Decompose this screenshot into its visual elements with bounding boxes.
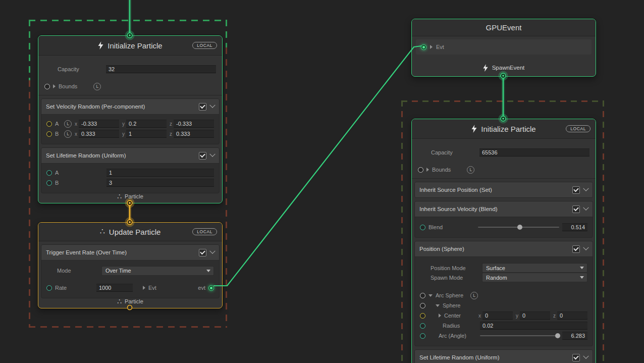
blend-port[interactable] xyxy=(420,225,425,230)
vfx-graph-canvas[interactable]: Initialize Particle LOCAL Capacity 32 Bo… xyxy=(0,0,644,363)
b-port[interactable] xyxy=(46,131,52,137)
lifetime-a-row: A 1 xyxy=(41,168,219,178)
a-label: A xyxy=(55,170,103,176)
inherit-source-velocity-block[interactable]: Inherit Source Velocity (Blend) Blend 0.… xyxy=(414,201,593,238)
capacity-field[interactable]: 65536 xyxy=(479,148,589,157)
y-group: y0 xyxy=(516,312,550,320)
arc-field[interactable]: 6.283 xyxy=(562,332,587,340)
chevron-down-icon[interactable] xyxy=(583,186,588,191)
blend-field[interactable]: 0.514 xyxy=(562,223,587,231)
chevron-down-icon[interactable] xyxy=(583,353,588,359)
rate-port[interactable] xyxy=(46,285,52,291)
collapse-icon[interactable] xyxy=(428,294,433,297)
capacity-field[interactable]: 32 xyxy=(106,65,216,73)
block-enabled-checkbox[interactable] xyxy=(199,249,206,256)
flow-output[interactable]: ∴ Particle xyxy=(38,298,222,305)
trigger-event-rate-block[interactable]: Trigger Event Rate (Over Time) Mode Over… xyxy=(41,244,220,298)
block-header[interactable]: Position (Sphere) xyxy=(415,241,593,257)
node-title-bar[interactable]: GPUEvent xyxy=(412,19,596,36)
y-axis-label: y xyxy=(122,121,125,127)
radius-field[interactable]: 0.02 xyxy=(480,322,587,330)
arc-sphere-port[interactable] xyxy=(420,293,425,298)
evt-out-port[interactable] xyxy=(208,285,214,291)
block-enabled-checkbox[interactable] xyxy=(572,245,580,253)
space-local-icon[interactable]: L xyxy=(470,292,478,299)
block-header[interactable]: Inherit Source Position (Set) xyxy=(415,182,593,197)
center-y-field[interactable]: 0 xyxy=(520,312,550,320)
block-header[interactable]: Inherit Source Velocity (Blend) xyxy=(415,201,593,217)
chevron-down-icon[interactable] xyxy=(209,248,215,254)
flow-output[interactable]: ∴ Particle xyxy=(38,193,222,200)
center-port[interactable] xyxy=(420,313,425,319)
position-mode-dropdown[interactable]: Surface xyxy=(482,263,587,273)
evt-link[interactable] xyxy=(213,46,421,286)
node-title-bar[interactable]: Initialize Particle LOCAL xyxy=(412,119,596,139)
block-header[interactable]: Set Lifetime Random (Uniform) xyxy=(41,148,219,164)
node-settings: Capacity 65536 Bounds L xyxy=(412,139,596,179)
gpu-event-node[interactable]: GPUEvent Evt SpawnEvent xyxy=(411,19,596,77)
set-velocity-random-block[interactable]: Set Velocity Random (Per-component) A L … xyxy=(41,98,220,144)
blend-slider[interactable] xyxy=(478,227,559,228)
block-enabled-checkbox[interactable] xyxy=(199,152,206,160)
y-axis-label: y xyxy=(122,131,125,137)
bounds-port[interactable] xyxy=(418,167,423,173)
chevron-down-icon[interactable] xyxy=(583,245,588,250)
rate-field[interactable]: 1000 xyxy=(96,284,133,292)
a-port[interactable] xyxy=(46,121,52,127)
spawn-mode-dropdown[interactable]: Random xyxy=(482,273,587,282)
b-y-field[interactable]: 1 xyxy=(126,130,167,138)
set-lifetime-random-block[interactable]: Set Lifetime Random (Uniform) xyxy=(414,349,593,363)
block-enabled-checkbox[interactable] xyxy=(199,103,206,111)
b-z-field[interactable]: 0.333 xyxy=(174,130,214,138)
arc-port[interactable] xyxy=(420,333,425,339)
space-local-icon[interactable]: L xyxy=(93,83,101,90)
node-title-bar[interactable]: ∴ Update Particle LOCAL xyxy=(38,223,222,241)
block-header[interactable]: Set Lifetime Random (Uniform) xyxy=(415,350,593,363)
set-lifetime-random-block[interactable]: Set Lifetime Random (Uniform) A 1 B 3 xyxy=(41,147,220,193)
center-z-field[interactable]: 0 xyxy=(557,312,587,320)
bounds-port[interactable] xyxy=(44,84,50,89)
b-port[interactable] xyxy=(46,180,52,186)
chevron-down-icon[interactable] xyxy=(209,151,215,157)
block-enabled-checkbox[interactable] xyxy=(572,354,580,361)
block-enabled-checkbox[interactable] xyxy=(572,186,580,194)
bounds-label: Bounds xyxy=(432,167,451,173)
space-local-icon[interactable]: L xyxy=(64,120,72,128)
space-local-icon[interactable]: L xyxy=(467,166,474,174)
collapse-icon[interactable] xyxy=(436,304,440,307)
space-local-icon[interactable]: L xyxy=(64,130,72,138)
mode-dropdown[interactable]: Over Time xyxy=(101,266,214,276)
update-particle-node[interactable]: ∴ Update Particle LOCAL Trigger Event Ra… xyxy=(38,222,223,308)
sphere-port[interactable] xyxy=(420,303,425,308)
b-field[interactable]: 3 xyxy=(106,179,214,187)
radius-port[interactable] xyxy=(420,323,425,329)
arc-slider-knob[interactable] xyxy=(555,333,560,338)
a-port[interactable] xyxy=(46,170,52,176)
arc-slider[interactable] xyxy=(480,335,559,336)
a-z-field[interactable]: -0.333 xyxy=(174,120,214,128)
initialize-particle-node-right[interactable]: Initialize Particle LOCAL Capacity 65536… xyxy=(411,119,596,363)
b-x-field[interactable]: 0.333 xyxy=(79,130,119,138)
block-enabled-checkbox[interactable] xyxy=(572,205,580,213)
spawn-mode-value: Random xyxy=(486,275,507,281)
center-x-field[interactable]: 0 xyxy=(482,312,513,320)
expander-icon[interactable] xyxy=(439,314,441,318)
capacity-row: Capacity 32 xyxy=(38,61,222,78)
a-x-field[interactable]: -0.333 xyxy=(79,120,119,128)
arc-angle-row: Arc (Angle) 6.283 xyxy=(415,331,593,341)
a-field[interactable]: 1 xyxy=(106,169,214,177)
inherit-source-position-block[interactable]: Inherit Source Position (Set) xyxy=(414,182,593,198)
node-title-bar[interactable]: Initialize Particle LOCAL xyxy=(38,36,222,56)
chevron-down-icon[interactable] xyxy=(583,205,588,211)
chevron-down-icon[interactable] xyxy=(209,102,215,108)
a-y-field[interactable]: 0.2 xyxy=(126,120,167,128)
block-header[interactable]: Trigger Event Rate (Over Time) xyxy=(41,245,219,261)
block-header[interactable]: Set Velocity Random (Per-component) xyxy=(41,99,219,115)
position-sphere-block[interactable]: Position (Sphere) Position Mode Surface … xyxy=(414,241,593,346)
system-border-right-side-upper xyxy=(226,20,227,47)
expander-icon[interactable] xyxy=(53,84,56,88)
initialize-particle-node-left[interactable]: Initialize Particle LOCAL Capacity 32 Bo… xyxy=(38,35,223,203)
blend-slider-knob[interactable] xyxy=(517,225,522,230)
expander-icon[interactable] xyxy=(426,168,429,172)
evt-in-port[interactable] xyxy=(421,44,426,50)
